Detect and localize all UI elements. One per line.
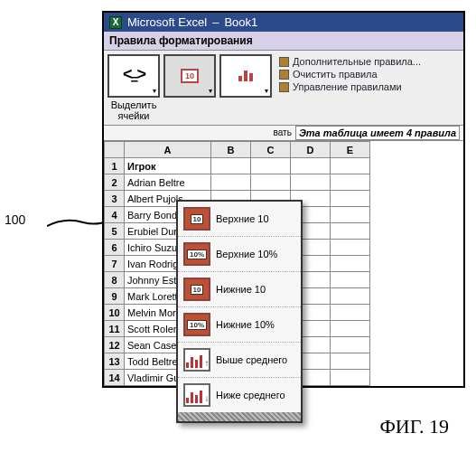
ribbon-group-bars: ▾ <box>219 54 272 121</box>
row-header[interactable]: 10 <box>105 305 125 321</box>
trailing-label: вать <box>270 126 295 140</box>
dropdown-item[interactable]: ↑Выше среднего <box>178 343 301 378</box>
top-bottom-button[interactable]: 10 ▾ <box>163 54 216 98</box>
dropdown-item[interactable]: 10Нижние 10 <box>178 272 301 307</box>
dropdown-item[interactable]: 10Верхние 10 <box>178 202 301 237</box>
select-all-corner[interactable] <box>105 142 125 158</box>
col-header-c[interactable]: C <box>251 142 291 158</box>
cell-empty[interactable] <box>331 207 370 223</box>
rules-status: Эта таблица имеет 4 правила <box>295 126 460 140</box>
highlight-cells-label: Выделить ячейки <box>111 98 157 121</box>
highlight-cells-button[interactable]: <=> ▾ <box>107 54 160 98</box>
pct-down-icon: 10% <box>183 313 210 336</box>
cell-empty[interactable] <box>331 272 370 288</box>
figure-callout-number: 100 <box>5 212 25 227</box>
titlebar: X Microsoft Excel – Book1 <box>104 13 463 32</box>
dropdown-item[interactable]: ↓Ниже среднего <box>178 378 301 412</box>
top-bottom-dropdown: 10Верхние 1010%Верхние 10%10Нижние 1010%… <box>176 200 303 423</box>
table-row: 2Adrian Beltre <box>105 174 370 191</box>
app-icon: X <box>109 16 122 29</box>
cell-empty[interactable] <box>211 174 251 191</box>
col-header-b[interactable]: B <box>211 142 251 158</box>
dropdown-shadow <box>178 412 301 421</box>
row-header[interactable]: 3 <box>105 191 125 207</box>
row-header[interactable]: 5 <box>105 223 125 240</box>
cell-a[interactable]: Игрок <box>125 158 211 174</box>
cell-empty[interactable] <box>331 240 370 256</box>
chevron-down-icon: ▾ <box>153 87 156 95</box>
dropdown-item[interactable]: 10%Нижние 10% <box>178 307 301 343</box>
square-icon <box>279 82 289 92</box>
clear-rules-label: Очистить правила <box>293 69 378 80</box>
manage-rules-label: Управление правилами <box>293 81 402 92</box>
row-header[interactable]: 13 <box>105 353 125 370</box>
dropdown-item-label: Нижние 10 <box>216 284 266 295</box>
figure-label: ФИГ. 19 <box>379 415 449 438</box>
ribbon: <=> ▾ Выделить ячейки 10 ▾ ▾ Дополнитель… <box>104 51 463 126</box>
cell-empty[interactable] <box>331 288 370 305</box>
compare-icon: <=> <box>123 68 145 85</box>
bars-up-icon: ↑ <box>183 348 210 372</box>
row-header[interactable]: 4 <box>105 207 125 223</box>
row-header[interactable]: 1 <box>105 158 125 174</box>
data-bars-button[interactable]: ▾ <box>219 54 272 98</box>
cell-empty[interactable] <box>331 256 370 272</box>
cell-a[interactable]: Adrian Beltre <box>125 174 211 191</box>
titlebar-app: Microsoft Excel <box>127 15 207 29</box>
bars-icon <box>238 71 254 81</box>
table-row: 1Игрок <box>105 158 370 174</box>
clear-rules-link[interactable]: Очистить правила <box>279 69 456 80</box>
chevron-down-icon: ▾ <box>209 87 212 95</box>
dropdown-item-label: Верхние 10 <box>216 213 269 224</box>
dropdown-item[interactable]: 10%Верхние 10% <box>178 237 301 272</box>
cell-empty[interactable] <box>211 158 251 174</box>
cell-empty[interactable] <box>331 353 370 370</box>
more-rules-label: Дополнительные правила... <box>293 56 421 67</box>
row-header[interactable]: 2 <box>105 174 125 191</box>
row-header[interactable]: 11 <box>105 321 125 337</box>
cell-empty[interactable] <box>331 223 370 240</box>
pct-up-icon: 10% <box>183 242 210 266</box>
ribbon-tab-title: Правила форматирования <box>104 32 463 51</box>
row-header[interactable]: 14 <box>105 370 125 386</box>
cell-empty[interactable] <box>331 370 370 386</box>
cell-empty[interactable] <box>251 158 291 174</box>
excel-window: X Microsoft Excel – Book1 Правила формат… <box>102 11 465 388</box>
cell-empty[interactable] <box>331 191 370 207</box>
manage-rules-link[interactable]: Управление правилами <box>279 81 456 92</box>
dropdown-item-label: Ниже среднего <box>216 390 285 400</box>
row-header[interactable]: 7 <box>105 256 125 272</box>
cell-empty[interactable] <box>331 305 370 321</box>
titlebar-book: Book1 <box>224 15 257 29</box>
row-header[interactable]: 8 <box>105 272 125 288</box>
ten-down-icon: 10 <box>183 278 210 301</box>
square-icon <box>279 57 289 67</box>
cell-empty[interactable] <box>331 174 370 191</box>
figure-callout-leader <box>47 217 110 244</box>
ribbon-group-highlight: <=> ▾ Выделить ячейки <box>107 54 160 121</box>
cell-empty[interactable] <box>331 158 370 174</box>
cell-empty[interactable] <box>251 174 291 191</box>
row-header[interactable]: 6 <box>105 240 125 256</box>
row-header[interactable]: 9 <box>105 288 125 305</box>
cell-empty[interactable] <box>331 337 370 353</box>
dropdown-item-label: Верхние 10% <box>216 249 277 259</box>
titlebar-sep: – <box>212 15 219 29</box>
col-header-e[interactable]: E <box>331 142 370 158</box>
ten-icon: 10 <box>181 69 199 83</box>
dropdown-item-label: Выше среднего <box>216 354 287 365</box>
status-strip: вать Эта таблица имеет 4 правила <box>104 126 463 141</box>
cell-empty[interactable] <box>331 321 370 337</box>
chevron-down-icon: ▾ <box>265 87 268 95</box>
bars-down-icon: ↓ <box>183 383 210 407</box>
more-rules-link[interactable]: Дополнительные правила... <box>279 56 456 67</box>
cell-empty[interactable] <box>291 158 331 174</box>
ribbon-group-top-bottom: 10 ▾ <box>163 54 216 121</box>
col-header-a[interactable]: A <box>125 142 211 158</box>
row-header[interactable]: 12 <box>105 337 125 353</box>
ribbon-side-links: Дополнительные правила... Очистить прави… <box>275 54 460 121</box>
col-header-d[interactable]: D <box>291 142 331 158</box>
square-icon <box>279 70 289 80</box>
dropdown-item-label: Нижние 10% <box>216 319 275 330</box>
cell-empty[interactable] <box>291 174 331 191</box>
